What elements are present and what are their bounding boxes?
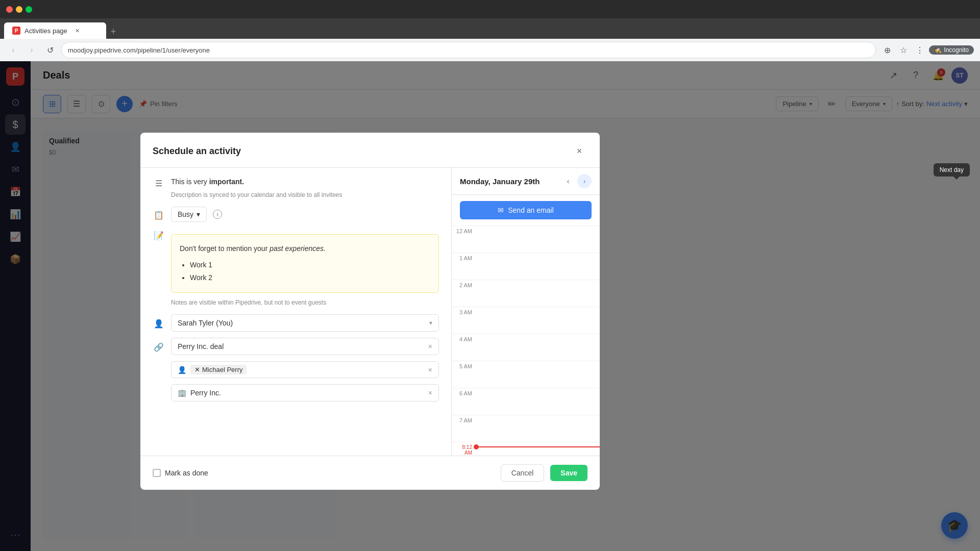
back-button[interactable]: ‹ (6, 43, 20, 57)
description-icon: ☰ (153, 177, 165, 189)
title-bar (0, 0, 980, 18)
busy-chevron-icon: ▾ (197, 210, 200, 218)
contact-name: Michael Perry (202, 366, 242, 373)
deal-row: 🔗 Perry Inc. deal × (153, 338, 439, 355)
notes-list: Work 1 Work 2 (180, 259, 430, 284)
time-row-4am: 4 AM (452, 334, 600, 361)
time-slot-8am (476, 442, 600, 456)
calendar-title: Monday, January 29th (460, 177, 540, 186)
description-section: ☰ This is very important. Description is… (153, 176, 439, 198)
notes-hint: Notes are visible within Pipedrive, but … (171, 299, 439, 306)
contact-tags: 👤 ✕ Michael Perry (178, 365, 247, 374)
tab-close-button[interactable]: ✕ (74, 27, 82, 35)
extensions-button[interactable]: ⊕ (880, 43, 894, 57)
browser-menu-button[interactable]: ⋮ (913, 43, 927, 57)
description-prefix: This is very (171, 178, 209, 186)
time-slot-3am (476, 307, 600, 334)
description-hint: Description is synced to your calendar a… (171, 191, 342, 198)
close-traffic-light[interactable] (6, 6, 13, 13)
active-tab[interactable]: P Activities page ✕ (4, 22, 106, 39)
time-row-8am: 8:12 AM (452, 442, 600, 456)
modal-footer: Mark as done Cancel Save (140, 456, 600, 490)
send-email-label: Send an email (508, 206, 554, 214)
modal-overlay: Schedule an activity × ☰ This is very im… (0, 61, 980, 551)
time-row-7am: 7 AM (452, 415, 600, 442)
modal-title: Schedule an activity (153, 146, 241, 157)
url-text: moodjoy.pipedrive.com/pipeline/1/user/ev… (68, 46, 210, 54)
deal-field[interactable]: Perry Inc. deal × (171, 338, 439, 355)
bookmark-button[interactable]: ☆ (896, 43, 911, 57)
busy-select[interactable]: Busy ▾ (171, 207, 207, 222)
modal-close-button[interactable]: × (571, 143, 587, 159)
time-label-7am: 7 AM (452, 415, 476, 423)
time-row-2am: 2 AM (452, 280, 600, 307)
contact-person-icon: 👤 (178, 366, 186, 374)
org-row: 🏢 Perry Inc. × (153, 384, 439, 402)
calendar-nav: ‹ › (561, 174, 592, 188)
notes-icon: 📝 (153, 229, 165, 241)
org-icon: 🏢 (178, 389, 186, 397)
time-slot-2am (476, 280, 600, 307)
assignee-chevron-icon: ▾ (429, 319, 432, 327)
busy-label: Busy (178, 210, 193, 218)
forward-button[interactable]: › (24, 43, 39, 57)
current-time-line (476, 446, 600, 447)
deal-value: Perry Inc. deal (178, 342, 224, 350)
maximize-traffic-light[interactable] (26, 6, 32, 13)
mark-done-row[interactable]: Mark as done (153, 469, 208, 477)
time-label-4am: 4 AM (452, 334, 476, 342)
contact-field[interactable]: 👤 ✕ Michael Perry × (171, 361, 439, 378)
notes-content: Don't forget to mention your past experi… (171, 228, 439, 306)
time-label-6am: 6 AM (452, 388, 476, 396)
description-text: This is very important. (171, 176, 342, 187)
time-slot-1am (476, 253, 600, 280)
contact-spacer (153, 364, 165, 377)
time-label-5am: 5 AM (452, 361, 476, 369)
modal-body: ☰ This is very important. Description is… (140, 168, 600, 456)
next-day-tooltip: Next day (934, 163, 970, 177)
send-email-button[interactable]: ✉ Send an email (460, 201, 592, 219)
notes-item-1: Work 1 (190, 259, 430, 271)
assignee-value: Sarah Tyler (You) (178, 319, 233, 327)
calendar-next-button[interactable]: › (577, 174, 592, 188)
notes-box[interactable]: Don't forget to mention your past experi… (171, 234, 439, 293)
busy-icon: 📋 (153, 209, 165, 221)
calendar-prev-button[interactable]: ‹ (561, 174, 575, 188)
assignee-icon: 👤 (153, 317, 165, 330)
notes-intro: Don't forget to mention your past experi… (180, 243, 430, 254)
time-slot-6am (476, 388, 600, 415)
org-clear-button[interactable]: × (428, 389, 432, 397)
busy-row: 📋 Busy ▾ i (153, 207, 439, 222)
notes-intro-italic: past experiences. (270, 244, 326, 253)
save-button[interactable]: Save (550, 465, 587, 481)
nav-extras: ⊕ ☆ ⋮ 🕵 Incognito (880, 43, 974, 57)
incognito-badge: 🕵 Incognito (929, 45, 974, 55)
cancel-button[interactable]: Cancel (501, 464, 545, 482)
notes-item-2: Work 2 (190, 271, 430, 284)
address-bar[interactable]: moodjoy.pipedrive.com/pipeline/1/user/ev… (61, 42, 876, 58)
time-row-12am: 12 AM (452, 226, 600, 253)
assignee-select[interactable]: Sarah Tyler (You) ▾ (171, 314, 439, 332)
time-row-3am: 3 AM (452, 307, 600, 334)
description-bold: important. (209, 178, 244, 186)
contact-row: 👤 ✕ Michael Perry × (153, 361, 439, 378)
time-row-6am: 6 AM (452, 388, 600, 415)
mark-done-checkbox[interactable] (153, 469, 161, 477)
description-content: This is very important. Description is s… (171, 176, 342, 198)
tag-remove-icon[interactable]: ✕ (194, 366, 200, 373)
tab-bar: P Activities page ✕ + (0, 18, 980, 39)
modal-left-panel: ☰ This is very important. Description is… (140, 168, 452, 456)
time-label-12am: 12 AM (452, 226, 476, 234)
org-content: 🏢 Perry Inc. (178, 389, 221, 397)
time-row-1am: 1 AM (452, 253, 600, 280)
time-slot-12am (476, 226, 600, 253)
contact-clear-button[interactable]: × (428, 366, 432, 374)
org-field[interactable]: 🏢 Perry Inc. × (171, 384, 439, 402)
new-tab-button[interactable]: + (106, 24, 120, 39)
deal-clear-button[interactable]: × (428, 342, 432, 350)
minimize-traffic-light[interactable] (16, 6, 22, 13)
time-label-3am: 3 AM (452, 307, 476, 315)
contact-tag: ✕ Michael Perry (190, 365, 247, 374)
reload-button[interactable]: ↺ (43, 43, 57, 57)
info-button[interactable]: i (213, 210, 222, 219)
